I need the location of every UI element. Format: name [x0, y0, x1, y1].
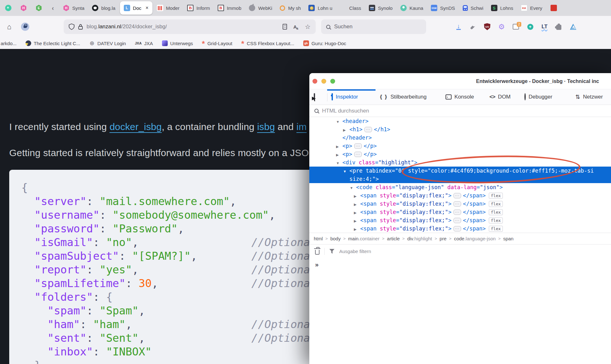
- languagetool-icon[interactable]: LT: [541, 23, 548, 31]
- tracking-protection-shield-icon[interactable]: [69, 24, 74, 30]
- browser-tab-synds[interactable]: DSMSynDS: [427, 0, 459, 16]
- collapse-arrow-icon[interactable]: ▼: [336, 118, 342, 126]
- maximize-window-button[interactable]: [330, 79, 335, 84]
- devtools-tab-stilbearbeitung[interactable]: { }Stilbearbeitung: [380, 89, 426, 105]
- article-link[interactable]: docker_isbg: [109, 121, 162, 132]
- filter-funnel-icon[interactable]: [329, 249, 334, 254]
- translate-icon[interactable]: Aa: [293, 24, 298, 30]
- devtools-tab-inspektor[interactable]: Inspektor: [332, 89, 358, 105]
- devtools-tab-dom[interactable]: <>DOM: [489, 89, 511, 105]
- browser-tab-blog-la[interactable]: blog.la: [88, 0, 119, 16]
- devtools-tab-konsole[interactable]: ›Konsole: [446, 89, 474, 105]
- breadcrumb-item-html[interactable]: html: [314, 236, 323, 241]
- expand-inline-badge[interactable]: ···: [354, 143, 362, 149]
- breadcrumb-item-div[interactable]: div.highlight: [407, 236, 432, 241]
- browser-tab-inform[interactable]: BInform: [183, 0, 214, 16]
- close-window-button[interactable]: [313, 79, 317, 84]
- flex-badge[interactable]: flex: [489, 217, 502, 223]
- expand-inline-badge[interactable]: ···: [453, 201, 461, 207]
- console-prompt[interactable]: »: [309, 258, 611, 271]
- bookmark-item[interactable]: *Grid-Layout: [202, 40, 232, 46]
- reader-mode-icon[interactable]: [283, 24, 287, 30]
- browser-tab-immob[interactable]: BImmob: [214, 0, 245, 16]
- expand-arrow-icon[interactable]: ▶: [354, 209, 360, 217]
- filter-output-label[interactable]: Ausgabe filtern: [339, 249, 371, 254]
- bookmark-item[interactable]: *CSS Flexbox Layout...: [241, 40, 294, 46]
- expand-inline-badge[interactable]: ···: [453, 193, 461, 198]
- bookmark-item[interactable]: arkdo...: [1, 41, 17, 46]
- browser-tab-doc[interactable]: LDoc×: [120, 1, 152, 15]
- devtools-tab-netzwer[interactable]: ⇅Netzwer: [575, 89, 603, 105]
- ublock-icon[interactable]: UO: [484, 23, 490, 31]
- browser-tab[interactable]: [546, 0, 561, 16]
- clear-console-icon[interactable]: [315, 250, 320, 255]
- flex-badge[interactable]: flex: [489, 193, 502, 199]
- expand-arrow-icon[interactable]: ▶: [336, 151, 342, 159]
- collapse-arrow-icon[interactable]: ▼: [350, 184, 356, 192]
- browser-tab-my-sh[interactable]: My sh: [276, 0, 305, 16]
- devtools-html-search[interactable]: HTML durchsuchen: [309, 105, 611, 117]
- browser-tab-every[interactable]: 818Every: [517, 0, 546, 16]
- browser-tab-moder[interactable]: Moder: [153, 0, 184, 16]
- axe-icon[interactable]: ax: [570, 23, 576, 31]
- dom-tree-row[interactable]: ▶<span style="display:flex;">···</span>f…: [309, 200, 611, 208]
- expand-arrow-icon[interactable]: ▶: [336, 142, 342, 151]
- dom-tree-row[interactable]: ▶<span style="display:flex;">···</span>f…: [309, 224, 611, 233]
- bookmark-item[interactable]: The Eclectic Light C...: [25, 40, 80, 46]
- puzzle-icon[interactable]: [556, 23, 562, 31]
- bookmark-item[interactable]: Unterwegs: [162, 40, 193, 46]
- wrench-icon[interactable]: [470, 23, 476, 31]
- browser-tab-schwi[interactable]: Schwi: [459, 0, 487, 16]
- flex-badge[interactable]: flex: [489, 209, 502, 215]
- dom-tree-row[interactable]: ▶<p>···</p>: [309, 142, 611, 150]
- browser-tab-synta[interactable]: HSynta: [59, 0, 88, 16]
- bookmark-item[interactable]: ⊕DATEV Login: [89, 40, 126, 46]
- bookmark-star-icon[interactable]: ☆: [305, 23, 311, 31]
- browser-tab-kauna[interactable]: Kauna: [397, 0, 427, 16]
- expand-arrow-icon[interactable]: ▶: [343, 126, 349, 134]
- collapse-arrow-icon[interactable]: ▼: [336, 159, 342, 167]
- browser-tab-webki[interactable]: WebKi: [245, 0, 276, 16]
- download-icon[interactable]: ↓: [455, 23, 462, 31]
- gear-icon[interactable]: ⚙: [498, 23, 505, 31]
- collapse-arrow-icon[interactable]: ▼: [343, 167, 349, 175]
- breadcrumb-item-code[interactable]: code.language-json: [454, 236, 496, 241]
- tab-badge-icon[interactable]: 2: [513, 23, 519, 31]
- dom-tree-row[interactable]: ▼<header>: [309, 117, 611, 125]
- bookmark-item[interactable]: gbGuru: Hugo-Doc: [303, 40, 346, 46]
- browser-tab-lohns[interactable]: SLohns: [487, 0, 517, 16]
- expand-inline-badge[interactable]: ···: [354, 152, 362, 157]
- devtools-titlebar[interactable]: Entwicklerwerkzeuge - Docker_isbg · Tech…: [309, 73, 611, 89]
- browser-tab-class[interactable]: Class: [336, 0, 365, 16]
- article-link[interactable]: im: [297, 121, 307, 132]
- article-link[interactable]: isbg: [257, 121, 275, 132]
- browser-tab[interactable]: H: [16, 0, 31, 16]
- flex-badge[interactable]: flex: [489, 226, 502, 232]
- browser-tab[interactable]: E: [31, 0, 46, 16]
- browser-tab-lohn-u[interactable]: Lohn u: [305, 0, 336, 16]
- dom-tree-row[interactable]: ▶<p>···</p>: [309, 150, 611, 158]
- flex-badge[interactable]: flex: [489, 201, 502, 207]
- breadcrumb-item-body[interactable]: body: [330, 236, 341, 241]
- expand-inline-badge[interactable]: ···: [453, 218, 461, 223]
- search-bar[interactable]: Suchen: [321, 19, 426, 34]
- url-text[interactable]: blog.lanzani.nl/2024/docker_isbg/: [87, 24, 167, 30]
- breadcrumb-item-span[interactable]: span: [503, 236, 514, 241]
- dom-tree-row[interactable]: ▶<span style="display:flex;">···</span>f…: [309, 216, 611, 224]
- bookmark-item[interactable]: JXAJXA: [135, 40, 153, 46]
- expand-arrow-icon[interactable]: ▶: [354, 192, 360, 200]
- dom-tree-row[interactable]: ▶<h1>···</h1>: [309, 125, 611, 134]
- expand-inline-badge[interactable]: ···: [453, 226, 461, 231]
- browser-tab-synolo[interactable]: Synolo: [365, 0, 397, 16]
- expand-inline-badge[interactable]: ···: [364, 127, 372, 132]
- expand-arrow-icon[interactable]: ▶: [354, 200, 360, 209]
- home-icon[interactable]: ⌂: [7, 23, 11, 31]
- expand-arrow-icon[interactable]: ▶: [354, 225, 360, 233]
- browser-tab[interactable]: [1, 0, 16, 16]
- dom-tree-row[interactable]: ▼<code class="language-json" data-lang="…: [309, 183, 611, 191]
- dom-tree-row[interactable]: ▶<span style="display:flex;">···</span>f…: [309, 208, 611, 216]
- minimize-window-button[interactable]: [321, 79, 326, 84]
- green-plus-icon[interactable]: +: [527, 23, 533, 31]
- close-tab-icon[interactable]: ×: [145, 5, 148, 11]
- devtools-tab-debugger[interactable]: Debugger: [524, 89, 552, 105]
